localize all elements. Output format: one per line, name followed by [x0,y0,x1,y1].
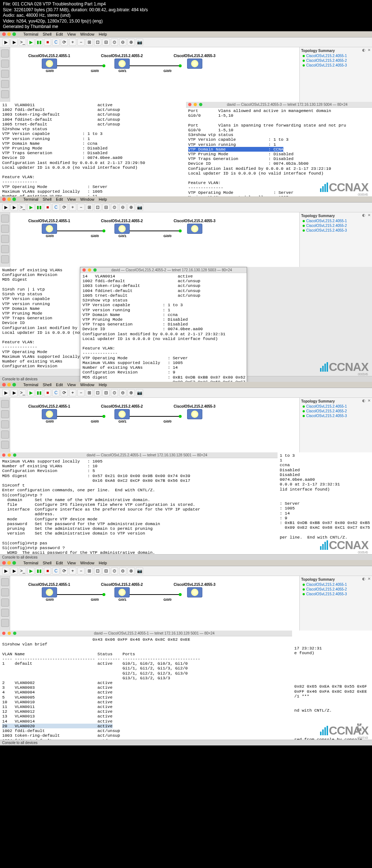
topology-canvas[interactable]: CiscoIOSvL215.2.4055-1 Gi0/0 CiscoIOSvL2… [10,47,299,102]
left-tool-2[interactable] [1,599,9,607]
terminal-vlan-brief[interactable]: 0x43 0x06 0xFF 0x46 0xFA 0x8C 0x62 0xEE … [0,636,292,740]
toolbar-btn-15[interactable]: ⊕ [128,567,135,575]
toolbar-btn-3[interactable]: ▶ [27,204,35,211]
toolbar-btn-6[interactable]: C [52,204,60,211]
toolbar-btn-5[interactable]: ■ [44,204,51,211]
device-node-2[interactable]: CiscoIOSvL215.2.4055-2 Gi0/0Gi0/1 [101,404,143,419]
panel-close-icon[interactable]: ✕ [368,213,371,217]
device-node-1[interactable]: CiscoIOSvL215.2.4055-1 Gi0/0 [28,404,70,419]
toolbar-btn-3[interactable]: ▶ [27,567,35,575]
menu-terminal[interactable]: Terminal [23,383,39,387]
panel-close-icon[interactable]: ✕ [368,399,371,403]
menu-edit[interactable]: Edit [56,383,63,387]
left-tool-2[interactable] [1,235,9,243]
menu-terminal[interactable]: Terminal [23,32,39,36]
menu-window[interactable]: Window [80,197,94,201]
toolbar-btn-4[interactable]: ▮▮ [36,567,43,575]
toolbar-btn-5[interactable]: ■ [44,389,51,396]
left-tool-2[interactable] [1,420,9,428]
menu-view[interactable]: View [67,32,76,36]
left-tool-4[interactable] [1,441,9,449]
topo-item-2[interactable]: CiscoIOSvL215.2.4055-3 [301,228,371,233]
toolbar-btn-5[interactable]: ■ [44,567,51,575]
toolbar-btn-6[interactable]: C [52,389,60,396]
toolbar-btn-15[interactable]: ⊕ [128,39,135,46]
toolbar-btn-11[interactable]: ⊡ [94,389,101,396]
toolbar-btn-16[interactable]: 📷 [136,389,143,396]
toolbar-btn-10[interactable]: ⊞ [86,389,93,396]
terminal-s1-config[interactable]: Maximum VLANs supported locally : 1005 N… [0,458,278,554]
panel-close-icon[interactable]: ✕ [368,577,371,581]
topo-item-1[interactable]: CiscoIOSvL215.2.4055-2 [301,587,371,592]
toolbar-btn-13[interactable]: ⊙ [111,389,118,396]
toolbar-btn-7[interactable]: ⟳ [61,389,68,396]
topology-canvas[interactable]: CiscoIOSvL215.2.4055-1 Gi0/0 CiscoIOSvL2… [10,398,299,452]
device-node-2[interactable]: CiscoIOSvL215.2.4055-2 Gi0/0Gi0/1 [101,219,143,234]
topology-canvas[interactable]: CiscoIOSvL215.2.4055-1 Gi0/0 CiscoIOSvL2… [10,576,299,631]
topo-item-1[interactable]: CiscoIOSvL215.2.4055-2 [301,58,371,63]
topo-item-0[interactable]: CiscoIOSvL215.2.4055-1 [301,53,371,58]
toolbar-btn-9[interactable]: − [77,39,85,46]
toolbar-btn-3[interactable]: ▶ [27,39,35,46]
menu-window[interactable]: Window [80,32,94,36]
left-tool-0[interactable] [1,578,9,586]
left-tool-2[interactable] [1,70,9,78]
toolbar-btn-15[interactable]: ⊕ [128,204,135,211]
left-tool-3[interactable] [1,245,9,253]
topology-canvas[interactable]: CiscoIOSvL215.2.4055-1 Gi0/0 CiscoIOSvL2… [10,212,299,267]
toolbar-btn-6[interactable]: C [52,39,60,46]
toolbar-btn-8[interactable]: + [69,389,76,396]
terminal-right-fragment[interactable]: 17 23:32:31 e found) 0x82 0x65 0xEA 0x7B… [292,631,372,740]
toolbar-btn-7[interactable]: ⟳ [61,567,68,575]
panel-min-icon[interactable]: ◐ [362,48,365,52]
menu-help[interactable]: Help [99,383,107,387]
menu-view[interactable]: View [67,561,76,565]
left-tool-1[interactable] [1,225,9,233]
left-tool-0[interactable] [1,400,9,408]
toolbar-btn-0[interactable]: ▶ [2,204,9,211]
panel-min-icon[interactable]: ◐ [362,577,365,581]
toolbar-btn-13[interactable]: ⊙ [111,567,118,575]
left-tool-4[interactable] [1,90,9,98]
toolbar-btn-1[interactable]: ▶ [11,567,18,575]
toolbar-btn-5[interactable]: ■ [44,39,51,46]
device-node-2[interactable]: CiscoIOSvL215.2.4055-2 Gi0/0Gi0/1 [101,583,143,597]
menu-terminal[interactable]: Terminal [23,197,39,201]
device-node-1[interactable]: CiscoIOSvL215.2.4055-1 Gi0/0 [28,583,70,597]
menu-shell[interactable]: Shell [43,561,52,565]
topo-item-0[interactable]: CiscoIOSvL215.2.4055-1 [301,404,371,409]
device-node-3[interactable]: CiscoIOSvL215.2.4055-3 Gi0/0 [174,219,215,234]
topo-item-2[interactable]: CiscoIOSvL215.2.4055-3 [301,413,371,418]
device-node-3[interactable]: CiscoIOSvL215.2.4055-3 Gi0/0 [174,404,215,419]
left-tool-3[interactable] [1,431,9,439]
toolbar-btn-10[interactable]: ⊞ [86,567,93,575]
toolbar-btn-12[interactable]: ⊟ [102,39,110,46]
menu-shell[interactable]: Shell [43,32,52,36]
topo-item-0[interactable]: CiscoIOSvL215.2.4055-1 [301,219,371,223]
device-node-3[interactable]: CiscoIOSvL215.2.4055-3 Gi0/0 [174,54,215,69]
device-node-2[interactable]: CiscoIOSvL215.2.4055-2 Gi0/0Gi0/1 [101,54,143,69]
toolbar-btn-8[interactable]: + [69,204,76,211]
toolbar-btn-8[interactable]: + [69,567,76,575]
toolbar-btn-13[interactable]: ⊙ [111,204,118,211]
toolbar-btn-12[interactable]: ⊟ [102,567,110,575]
menu-view[interactable]: View [67,383,76,387]
panel-close-icon[interactable]: ✕ [368,48,371,52]
left-tool-4[interactable] [1,255,9,263]
toolbar-btn-0[interactable]: ▶ [2,567,9,575]
toolbar-btn-9[interactable]: − [77,567,85,575]
toolbar-btn-10[interactable]: ⊞ [86,39,93,46]
toolbar-btn-1[interactable]: ▶ [11,389,18,396]
left-tool-3[interactable] [1,80,9,88]
toolbar-btn-2[interactable]: >_ [19,567,26,575]
topo-item-1[interactable]: CiscoIOSvL215.2.4055-2 [301,409,371,413]
toolbar-btn-16[interactable]: 📷 [136,39,143,46]
toolbar-btn-7[interactable]: ⟳ [61,204,68,211]
terminal-s2-body[interactable]: 14 VLAN0014 active 1002 fddi-default act… [80,273,247,390]
toolbar-btn-11[interactable]: ⊡ [94,39,101,46]
toolbar-btn-9[interactable]: − [77,389,85,396]
menu-edit[interactable]: Edit [56,197,63,201]
toolbar-btn-1[interactable]: ▶ [11,204,18,211]
toolbar-btn-16[interactable]: 📷 [136,204,143,211]
toolbar-btn-2[interactable]: >_ [19,389,26,396]
